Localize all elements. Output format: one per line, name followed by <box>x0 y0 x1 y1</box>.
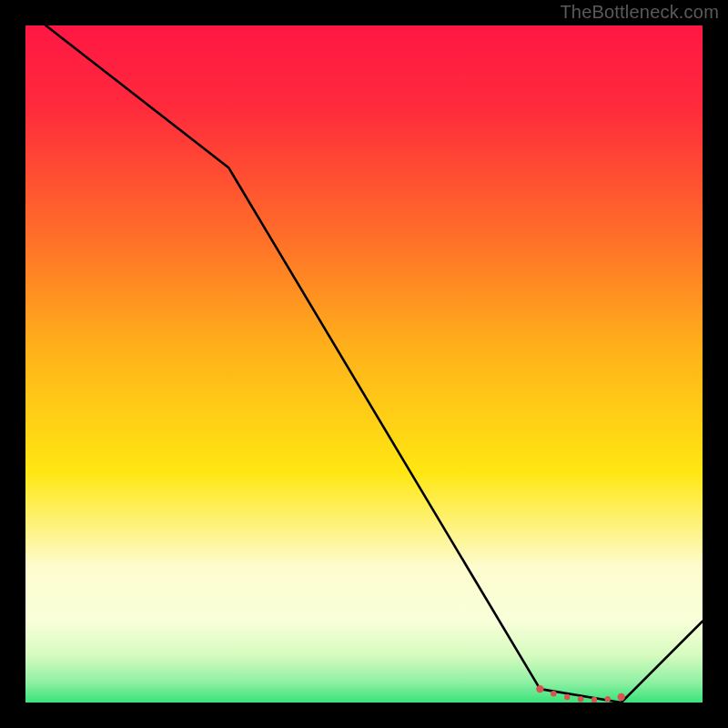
chart-background-gradient <box>25 25 703 703</box>
data-marker <box>536 685 543 693</box>
data-marker <box>605 696 611 702</box>
data-marker <box>564 694 570 700</box>
chart-frame: TheBottleneck.com <box>0 0 728 728</box>
data-marker <box>578 696 583 702</box>
chart-svg <box>25 25 703 703</box>
data-marker <box>592 697 597 703</box>
attribution-text: TheBottleneck.com <box>560 2 719 23</box>
data-marker <box>551 691 556 696</box>
data-marker <box>618 693 625 701</box>
plot-area <box>25 25 703 703</box>
